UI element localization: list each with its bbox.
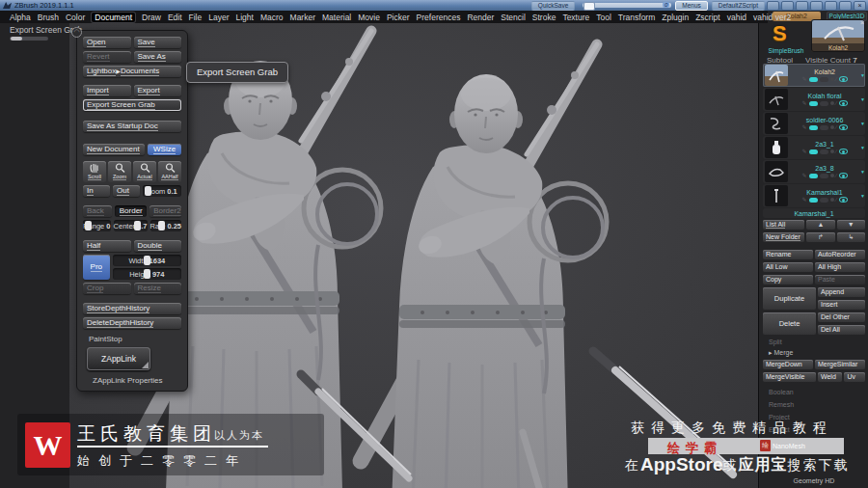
- rename-button[interactable]: Rename: [763, 250, 813, 259]
- chevron-down-icon[interactable]: ▼: [860, 193, 865, 199]
- toggle-off[interactable]: [820, 77, 828, 82]
- subtool-row-soldier-0066[interactable]: soldier-0066 ✎∕ ▼: [763, 112, 865, 135]
- save-as-button[interactable]: Save As: [134, 51, 182, 63]
- visibility-toggle[interactable]: [809, 77, 818, 82]
- visibility-toggle[interactable]: [809, 174, 818, 178]
- copy-button[interactable]: Copy: [763, 275, 813, 285]
- brush-icon[interactable]: ✎: [802, 149, 807, 154]
- wsize-button[interactable]: WSize: [148, 144, 181, 155]
- export-button[interactable]: Export: [134, 85, 182, 96]
- menu-vahid[interactable]: vahid: [727, 13, 746, 22]
- remesh-section[interactable]: Remesh: [769, 401, 865, 408]
- merge-down-button[interactable]: MergeDown: [763, 360, 813, 369]
- crop-button[interactable]: Crop: [83, 283, 131, 294]
- rate-slider[interactable]: Rate0.25: [150, 220, 181, 231]
- chevron-down-icon[interactable]: ▼: [860, 121, 865, 126]
- del-all-button[interactable]: Del All: [818, 325, 865, 335]
- new-document-button[interactable]: New Document: [83, 144, 145, 155]
- simplebrush-icon[interactable]: S: [773, 22, 787, 45]
- subtool-row-kolah-floral[interactable]: Kolah floral ✎∕ ▼: [763, 88, 865, 111]
- boolean-section[interactable]: Boolean: [769, 389, 865, 395]
- chevron-down-icon[interactable]: ▼: [860, 145, 865, 150]
- list-all-button[interactable]: List All: [763, 220, 804, 230]
- menu-color[interactable]: Color: [66, 13, 85, 22]
- menu-marker[interactable]: Marker: [290, 13, 315, 22]
- subtool-row-kamarshal1[interactable]: Kamarshal1 ✎∕ ▼: [763, 184, 865, 207]
- aahalf-button[interactable]: AAHalf: [158, 161, 181, 182]
- move-down-button[interactable]: ▼: [837, 220, 865, 230]
- actual-size-button[interactable]: Actual: [133, 161, 156, 182]
- move-up-button[interactable]: ▲: [806, 220, 834, 230]
- restore-config-icon[interactable]: ◠: [71, 27, 82, 38]
- menu-document[interactable]: Document: [92, 13, 135, 22]
- brush-icon[interactable]: ✎: [802, 100, 807, 106]
- subtool-row-2a3-8[interactable]: 2a3_8 ✎∕ ▼: [763, 160, 865, 183]
- menu-layer[interactable]: Layer: [208, 13, 229, 22]
- append-button[interactable]: Append: [818, 287, 865, 297]
- del-other-button[interactable]: Del Other: [818, 312, 865, 322]
- menu-vahid-ver2[interactable]: vahid ver2: [753, 13, 791, 22]
- save-button[interactable]: Save: [134, 37, 182, 48]
- visibility-toggle[interactable]: [809, 101, 818, 106]
- scroll-tool-button[interactable]: Scroll: [83, 161, 106, 182]
- menu-render[interactable]: Render: [467, 13, 494, 22]
- all-high-button[interactable]: All High: [815, 262, 865, 272]
- eye-icon[interactable]: [839, 124, 848, 130]
- visibility-toggle[interactable]: [809, 125, 818, 130]
- lightbox-documents-button[interactable]: Lightbox▶Documents: [83, 66, 181, 77]
- nanomesh-icon[interactable]: 绘: [760, 440, 771, 451]
- quicksave-button[interactable]: QuickSave: [531, 1, 575, 11]
- menu-macro[interactable]: Macro: [260, 13, 284, 22]
- geometry-hd-section[interactable]: Geometry HD: [759, 477, 868, 484]
- menu-tool[interactable]: Tool: [596, 13, 611, 22]
- import-button[interactable]: Import: [83, 85, 131, 96]
- paste-button[interactable]: Paste: [815, 275, 865, 285]
- pro-button[interactable]: Pro: [83, 255, 110, 280]
- menu-light[interactable]: Light: [236, 13, 254, 22]
- eye-icon[interactable]: [839, 197, 848, 203]
- close-button[interactable]: ×: [854, 1, 866, 11]
- menu-transform[interactable]: Transform: [618, 13, 655, 22]
- eye-icon[interactable]: [839, 173, 848, 178]
- visibility-toggle[interactable]: [809, 198, 818, 203]
- subtool-row-kolah2[interactable]: Kolah2 ✎∕ ▼: [763, 64, 865, 87]
- brush-icon[interactable]: ✎: [802, 76, 807, 82]
- divider-toggle-icon-2[interactable]: [781, 1, 794, 11]
- border2-button[interactable]: Border2: [149, 205, 181, 217]
- all-low-button[interactable]: All Low: [763, 262, 813, 272]
- eye-icon[interactable]: [839, 100, 848, 106]
- toggle-off[interactable]: [820, 101, 828, 106]
- double-button[interactable]: Double: [134, 240, 182, 252]
- menu-file[interactable]: File: [189, 13, 203, 22]
- merge-similar-button[interactable]: MergeSimilar: [815, 360, 865, 369]
- height-slider[interactable]: Height974: [113, 268, 181, 280]
- quicksave-slider[interactable]: 0: [583, 3, 671, 8]
- menu-preferences[interactable]: Preferences: [417, 13, 461, 22]
- duplicate-button[interactable]: Duplicate: [763, 287, 816, 310]
- eye-icon[interactable]: [839, 149, 848, 154]
- brush-icon[interactable]: ✎: [802, 124, 807, 130]
- resize-button[interactable]: Resize: [134, 283, 182, 294]
- store-depth-history-button[interactable]: StoreDepthHistory: [83, 303, 181, 314]
- palette-icon[interactable]: [810, 1, 823, 11]
- restore-button[interactable]: [839, 1, 852, 11]
- theme-icon[interactable]: [796, 1, 808, 11]
- toggle-off[interactable]: [820, 198, 828, 203]
- delete-depth-history-button[interactable]: DeleteDepthHistory: [83, 317, 181, 329]
- zoom-in-button[interactable]: In: [83, 185, 110, 197]
- visibility-toggle[interactable]: [809, 149, 818, 154]
- revert-button[interactable]: Revert: [83, 51, 131, 63]
- toggle-off[interactable]: [820, 149, 828, 154]
- chevron-down-icon[interactable]: ▼: [860, 96, 865, 102]
- close-icon[interactable]: ×: [860, 19, 864, 26]
- uv-button[interactable]: Uv: [844, 372, 865, 382]
- folder-in-icon[interactable]: ↱: [806, 232, 834, 242]
- insert-button[interactable]: Insert: [818, 300, 865, 310]
- menu-zplugin[interactable]: Zplugin: [662, 13, 689, 22]
- zapplink-properties-label[interactable]: ZAppLink Properties: [93, 376, 181, 385]
- menu-alpha[interactable]: Alpha: [10, 13, 31, 22]
- paintstop-label[interactable]: PaintStop: [89, 335, 181, 343]
- menu-stroke[interactable]: Stroke: [532, 13, 556, 22]
- delete-button[interactable]: Delete: [763, 312, 816, 335]
- folder-out-icon[interactable]: ↳: [837, 232, 865, 242]
